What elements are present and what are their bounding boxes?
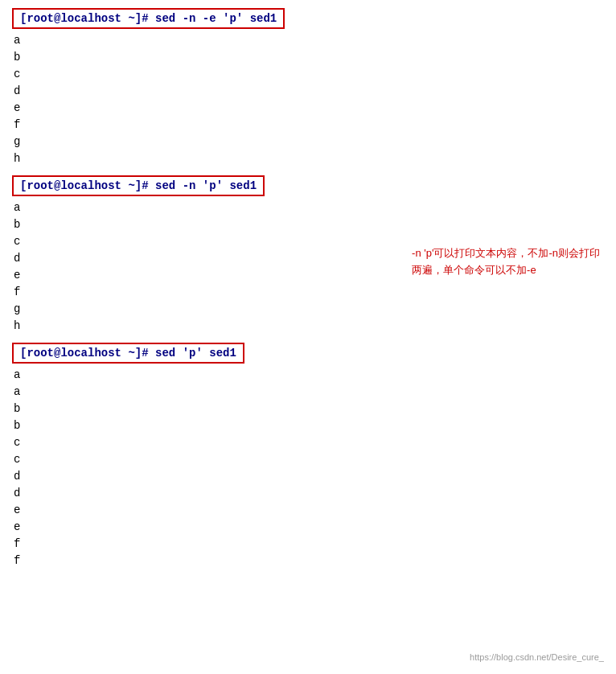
output-line: a xyxy=(14,32,604,49)
output-line: c xyxy=(14,451,604,468)
watermark: https://blog.csdn.net/Desire_cure_ xyxy=(470,652,604,662)
section-3: [root@localhost ~]# sed 'p' sed1 a a b b… xyxy=(12,343,604,569)
output-line: c xyxy=(14,434,604,451)
output-line: g xyxy=(14,301,604,318)
output-1: a b c d e f g h xyxy=(14,32,604,167)
output-line: h xyxy=(14,150,604,167)
output-line: f xyxy=(14,553,604,569)
annotation: -n 'p'可以打印文本内容，不加-n则会打印 两遍，单个命令可以不加-e xyxy=(412,245,600,279)
output-line: d xyxy=(14,468,604,485)
output-3: a a b b c c d d e e f f xyxy=(14,367,604,569)
output-line: a xyxy=(14,367,604,384)
annotation-line2: 两遍，单个命令可以不加-e xyxy=(412,264,536,276)
command-2: [root@localhost ~]# sed -n 'p' sed1 xyxy=(12,175,265,196)
output-line: g xyxy=(14,134,604,150)
annotation-line1: -n 'p'可以打印文本内容，不加-n则会打印 xyxy=(412,247,600,259)
section-1: [root@localhost ~]# sed -n -e 'p' sed1 a… xyxy=(12,8,604,167)
output-line: f xyxy=(14,536,604,553)
output-line: b xyxy=(14,216,604,233)
output-line: h xyxy=(14,318,604,335)
output-line: c xyxy=(14,66,604,83)
output-line: d xyxy=(14,83,604,100)
output-line: a xyxy=(14,199,604,216)
command-3: [root@localhost ~]# sed 'p' sed1 xyxy=(12,343,244,364)
output-line: b xyxy=(14,401,604,417)
output-line: a xyxy=(14,384,604,401)
output-line: d xyxy=(14,485,604,502)
output-line: f xyxy=(14,117,604,134)
output-line: b xyxy=(14,417,604,434)
output-line: e xyxy=(14,502,604,519)
output-line: e xyxy=(14,519,604,536)
command-1: [root@localhost ~]# sed -n -e 'p' sed1 xyxy=(12,8,285,29)
output-line: b xyxy=(14,49,604,66)
output-line: e xyxy=(14,100,604,117)
output-line: f xyxy=(14,284,604,301)
